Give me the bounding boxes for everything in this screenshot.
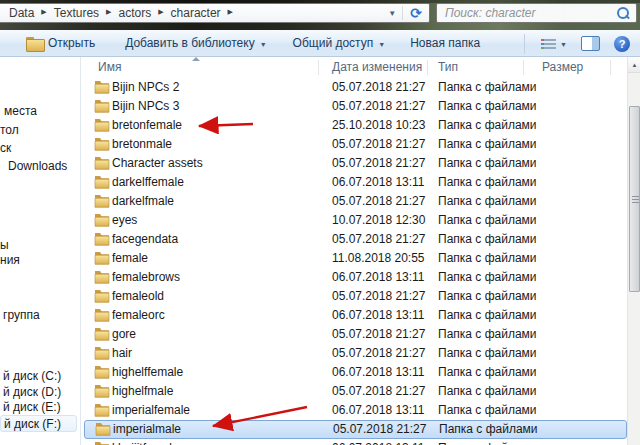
pane-divider [80,57,81,445]
file-date-modified: 05.07.2018 21:27 [332,154,425,173]
window-glass-background: Data ▶ Textures ▶ actors ▶ character ▶ ▼… [0,0,640,30]
file-date-modified: 05.07.2018 21:27 [332,344,425,363]
file-row[interactable]: darkelfmale 05.07.2018 21:27 Папка с фай… [84,192,627,211]
column-divider[interactable] [318,60,319,75]
file-type: Папка с файлами [438,116,537,135]
file-row[interactable]: femaleorc 06.07.2018 13:11 Папка с файла… [84,306,627,325]
file-row[interactable]: femalebrows 06.07.2018 13:11 Папка с фай… [84,268,627,287]
scrollbar-thumb[interactable] [629,106,640,292]
search-box[interactable] [436,3,637,23]
chevron-down-icon: ▼ [260,41,267,48]
file-row[interactable]: femaleold 05.07.2018 21:27 Папка с файла… [84,287,627,306]
file-name: hair [112,344,132,363]
address-dropdown-icon[interactable]: ▼ [382,9,402,18]
column-divider[interactable] [427,60,428,75]
folder-icon [94,175,110,189]
column-header-row: Имя Дата изменения Тип Размер [84,57,627,78]
file-name: khajiitfemale [112,439,179,445]
folder-icon [94,156,110,170]
column-header-type[interactable]: Тип [438,60,458,74]
folder-icon [94,308,110,322]
share-button-label: Общий доступ [293,36,374,50]
add-to-library-button[interactable]: Добавить в библиотеку ▼ [125,36,266,50]
file-row[interactable]: hair 05.07.2018 21:27 Папка с файлами [84,344,627,363]
file-list-rows: Bijin NPCs 2 05.07.2018 21:27 Папка с фа… [84,78,627,445]
breadcrumb-segment: Data ▶ [5,6,50,20]
column-header-name[interactable]: Имя [98,60,121,74]
file-row[interactable]: gore 05.07.2018 21:27 Папка с файлами [84,325,627,344]
file-date-modified: 05.07.2018 21:27 [332,97,425,116]
sidebar-item[interactable]: тол [0,122,19,139]
sidebar-item[interactable]: ния [0,252,20,269]
file-row[interactable]: imperialfemale 06.07.2018 13:11 Папка с … [84,401,627,420]
file-row[interactable]: bretonmale 05.07.2018 21:27 Папка с файл… [84,135,627,154]
breadcrumb-item[interactable]: Data [5,6,38,20]
file-name: bretonmale [112,135,172,154]
file-row[interactable]: eyes 10.07.2018 12:30 Папка с файлами [84,211,627,230]
column-header-date[interactable]: Дата изменения [332,60,422,74]
folder-icon [94,213,110,227]
vertical-scrollbar[interactable]: ▲ [627,57,640,445]
breadcrumb-arrow-icon: ▶ [38,8,49,16]
file-date-modified: 10.07.2018 12:30 [332,211,425,230]
file-type: Папка с файлами [438,78,537,97]
preview-pane-button[interactable] [581,36,600,51]
file-date-modified: 06.07.2018 13:11 [332,439,425,445]
add-to-library-label: Добавить в библиотеку [125,36,255,50]
file-name: femaleorc [112,306,165,325]
file-date-modified: 05.07.2018 21:27 [332,135,425,154]
sidebar-item[interactable]: й диск (E:) [3,399,61,416]
breadcrumb-item[interactable]: Textures [50,6,103,20]
sidebar-item[interactable]: ск [0,140,11,157]
file-row[interactable]: Bijin NPCs 3 05.07.2018 21:27 Папка с фа… [84,97,627,116]
command-toolbar: Открыть Добавить в библиотеку ▼ Общий до… [0,30,640,57]
file-row[interactable]: Bijin NPCs 2 05.07.2018 21:27 Папка с фа… [84,78,627,97]
scroll-up-button[interactable]: ▲ [628,57,640,73]
file-name: gore [112,325,136,344]
help-button[interactable]: ? [614,36,630,52]
file-name: darkelffemale [112,173,184,192]
file-type: Папка с файлами [438,192,537,211]
share-button[interactable]: Общий доступ ▼ [293,36,386,50]
file-type: Папка с файлами [438,325,537,344]
change-view-button[interactable]: ▼ [541,38,567,50]
sidebar-item[interactable]: места [4,103,37,120]
file-row[interactable]: female 11.08.2018 20:55 Папка с файлами [84,249,627,268]
breadcrumb-segment: actors ▶ [115,6,167,20]
file-row[interactable]: facegendata 05.07.2018 21:27 Папка с фай… [84,230,627,249]
file-date-modified: 05.07.2018 21:27 [332,382,425,401]
address-bar[interactable]: Data ▶ Textures ▶ actors ▶ character ▶ ▼… [0,3,430,23]
file-type: Папка с файлами [438,173,537,192]
refresh-icon[interactable]: ⟳ [403,5,429,21]
sidebar-item[interactable]: й диск (F:) [0,415,77,432]
file-row[interactable]: imperialmale 05.07.2018 21:27 Папка с фа… [84,420,627,439]
column-divider[interactable] [610,60,611,75]
file-row[interactable]: darkelffemale 06.07.2018 13:11 Папка с ф… [84,173,627,192]
new-folder-button[interactable]: Новая папка [410,36,480,50]
column-divider[interactable] [523,60,524,75]
folder-icon [94,99,110,113]
sidebar-item[interactable]: группа [3,307,40,324]
file-type: Папка с файлами [438,306,537,325]
breadcrumb-arrow-icon: ▶ [103,8,114,16]
file-name: imperialfemale [112,401,190,420]
sort-ascending-icon [192,57,200,61]
open-button[interactable]: Открыть [26,36,95,50]
file-row[interactable]: Character assets 05.07.2018 21:27 Папка … [84,154,627,173]
file-name: Bijin NPCs 2 [112,78,179,97]
breadcrumb-item[interactable]: actors [115,6,156,20]
file-row[interactable]: bretonfemale 25.10.2018 10:23 Папка с фа… [84,116,627,135]
file-row[interactable]: khajiitfemale 06.07.2018 13:11 Папка с ф… [84,439,627,445]
sidebar-item[interactable]: й диск (C:) [3,368,61,385]
file-row[interactable]: highelffemale 06.07.2018 13:11 Папка с ф… [84,363,627,382]
file-row[interactable]: highelfmale 05.07.2018 21:27 Папка с фай… [84,382,627,401]
breadcrumb-segment: Textures ▶ [50,6,115,20]
file-name: Character assets [112,154,203,173]
breadcrumb-item[interactable]: character [167,6,225,20]
file-list-pane: Имя Дата изменения Тип Размер Bijin NPCs… [84,57,627,445]
file-type: Папка с файлами [438,211,537,230]
chevron-down-icon: ▼ [560,41,567,48]
column-header-size[interactable]: Размер [542,60,583,74]
search-input[interactable] [437,5,614,21]
sidebar-item[interactable]: Downloads [8,158,67,175]
